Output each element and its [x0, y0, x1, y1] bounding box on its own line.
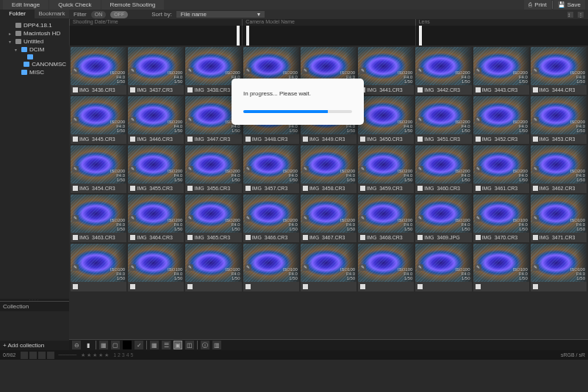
quick-check-button[interactable]: Quick Check	[49, 0, 100, 10]
thumbnail-checkbox[interactable]	[303, 235, 308, 240]
thumbnail[interactable]: F4.01/50 ISO200 ✎ IMG_3461.CR3	[473, 145, 529, 193]
thumbnail[interactable]: F4.01/50 ISO200 ✎ IMG_3443.CR3	[473, 47, 529, 95]
thumbnail-checkbox[interactable]	[187, 284, 193, 289]
thumbnail-checkbox[interactable]	[476, 284, 481, 289]
thumbnail-checkbox[interactable]	[476, 235, 481, 240]
thumbnail[interactable]: F4.01/50 ISO200 ✎ IMG_3450.CR3	[358, 96, 414, 144]
thumbnail[interactable]: F4.01/50 ISO200 ✎ IMG_3452.CR3	[473, 96, 529, 144]
thumbnail-checkbox[interactable]	[303, 186, 308, 191]
thumbnail[interactable]: F4.01/50 ISO100 ✎	[71, 244, 126, 291]
thumbnail[interactable]: F4.01/50 ISO200 ✎ IMG_3451.CR3	[415, 96, 471, 144]
thumbnail[interactable]: F4.01/50 ISO100 ✎	[185, 244, 241, 291]
tree-item[interactable]: DPP4.18.1	[0, 21, 69, 29]
thumbnail-checkbox[interactable]	[130, 284, 135, 289]
thumbnail[interactable]: F4.01/50 ISO200 ✎ IMG_3453.CR3	[531, 96, 587, 144]
edit-image-button[interactable]: Edit Image	[3, 0, 49, 10]
thumbnail-checkbox[interactable]	[360, 186, 365, 191]
thumbnail-checkbox[interactable]	[360, 284, 365, 289]
thumbnail-checkbox[interactable]	[476, 137, 481, 142]
tree-item[interactable]: ▾DCIM	[0, 46, 69, 54]
thumbnail-checkbox[interactable]	[73, 137, 78, 142]
thumbnail-checkbox[interactable]	[245, 284, 251, 289]
thumbnail[interactable]: F4.01/50 ISO200 ✎ IMG_3460.CR3	[415, 145, 471, 193]
thumbnail[interactable]: F4.01/50 ISO100 ✎	[243, 244, 299, 291]
thumbnail-checkbox[interactable]	[417, 87, 423, 92]
tab-folder[interactable]: Folder	[0, 10, 35, 18]
filter-on-button[interactable]: ON	[91, 11, 107, 18]
thumbnail-checkbox[interactable]	[417, 235, 423, 240]
zoom-slider[interactable]: ▮	[84, 341, 93, 349]
thumbnail-checkbox[interactable]	[533, 235, 538, 240]
view-split-button[interactable]: ◫	[185, 341, 194, 349]
thumbnail-checkbox[interactable]	[73, 87, 78, 92]
thumbnail[interactable]: F4.01/50 ISO200 ✎ IMG_3445.CR3	[71, 96, 126, 144]
filter-off-button[interactable]: OFF	[110, 11, 128, 18]
thumbnail[interactable]: F4.01/50 ISO100 ✎	[415, 244, 471, 291]
thumbnail[interactable]: F4.01/50 ISO200 ✎ IMG_3436.CR3	[71, 47, 126, 95]
thumbnail[interactable]: F4.01/50 ISO200 ✎ IMG_3457.CR3	[243, 145, 299, 193]
thumbnail[interactable]: F4.01/50 ISO100 ✎	[128, 244, 184, 291]
thumbnail[interactable]: F4.01/50 ISO200 ✎ IMG_3466.CR3	[243, 195, 299, 242]
thumbnail-checkbox[interactable]	[73, 235, 78, 240]
thumbnail-checkbox[interactable]	[533, 284, 538, 289]
rating-clear-button[interactable]: ▢	[111, 341, 120, 349]
sort-direction-icon[interactable]: ↕	[567, 12, 573, 18]
col-camera-model[interactable]: Camera Model Name	[242, 19, 415, 26]
thumbnail-checkbox[interactable]	[360, 235, 365, 240]
tree-item[interactable]: ▸Macintosh HD	[0, 29, 69, 37]
thumbnail-checkbox[interactable]	[476, 186, 481, 191]
thumbnail[interactable]: F4.01/50 ISO200 ✎ IMG_3464.CR3	[128, 195, 184, 242]
tab-bookmark[interactable]: Bookmark	[35, 10, 69, 18]
thumbnail-checkbox[interactable]	[533, 186, 538, 191]
thumbnail-checkbox[interactable]	[187, 137, 193, 142]
thumbnail-checkbox[interactable]	[417, 186, 423, 191]
thumbnail[interactable]: F4.01/50 ISO200 ✎ IMG_3437.CR3	[128, 47, 184, 95]
print-button[interactable]: ⎙ Print	[524, 0, 551, 10]
layout-button[interactable]: ▥	[212, 341, 221, 349]
col-shooting-datetime[interactable]: Shooting Date/Time	[69, 19, 242, 26]
thumbnail-checkbox[interactable]	[360, 137, 365, 142]
thumbnail-checkbox[interactable]	[303, 137, 308, 142]
thumbnail[interactable]: F4.01/50 ISO100 ✎ IMG_3471.CR3	[531, 195, 587, 242]
save-button[interactable]: 💾 Save	[553, 0, 585, 10]
thumbnail[interactable]: F4.01/50 ISO200 ✎ IMG_3446.CR3	[128, 96, 184, 144]
info-overlay-button[interactable]: ⓘ	[201, 341, 209, 349]
thumbnail[interactable]: F4.01/50 ISO200 ✎ IMG_3459.CR3	[358, 145, 414, 193]
thumbnail[interactable]: F4.01/50 ISO100 ✎	[358, 244, 414, 291]
thumbnail[interactable]: F4.01/50 ISO200 ✎ IMG_3463.CR3	[71, 195, 126, 242]
status-icon-4[interactable]	[47, 352, 54, 359]
thumbnail-checkbox[interactable]	[245, 235, 251, 240]
tree-item[interactable]: ▾Untitled	[0, 37, 69, 46]
thumbnail[interactable]: F4.01/50 ISO200 ✎ IMG_3458.CR3	[301, 145, 356, 193]
remote-shooting-button[interactable]: Remote Shooting	[101, 0, 165, 10]
thumbnail-checkbox[interactable]	[417, 284, 423, 289]
tree-item[interactable]: MISC	[0, 68, 69, 76]
col-lens[interactable]: Lens	[415, 19, 588, 26]
status-icon-2[interactable]	[29, 352, 37, 359]
checkmark-button[interactable]: ✓	[135, 341, 143, 349]
thumbnail[interactable]: F4.01/50 ISO200 ✎ IMG_3456.CR3	[185, 145, 241, 193]
thumbnail[interactable]: F4.01/50 ISO200 ✎ IMG_3454.CR3	[71, 145, 126, 193]
add-collection-button[interactable]: + Add collection	[0, 341, 69, 350]
thumbnail-checkbox[interactable]	[73, 284, 78, 289]
thumbnail-checkbox[interactable]	[130, 186, 135, 191]
zoom-out-button[interactable]: ⊖	[72, 341, 81, 349]
rating-stars[interactable]: ★ ★ ★ ★ ★	[81, 352, 109, 358]
thumbnail-checkbox[interactable]	[73, 186, 78, 191]
thumbnail-checkbox[interactable]	[130, 137, 135, 142]
status-icon-1[interactable]	[21, 352, 28, 359]
thumbnail[interactable]: F4.01/50 ISO100 ✎ IMG_3469.JPG	[415, 195, 471, 242]
thumbnail[interactable]: F4.01/50 ISO200 ✎ IMG_3444.CR3	[531, 47, 587, 95]
thumbnail-checkbox[interactable]	[417, 137, 423, 142]
thumbnail[interactable]: F4.01/50 ISO100 ✎	[531, 244, 587, 291]
thumbnail[interactable]: F4.01/50 ISO100 ✎	[473, 244, 529, 291]
thumbnail-checkbox[interactable]	[187, 186, 193, 191]
sort-dropdown[interactable]: File name ▾	[176, 11, 265, 18]
thumbnail-checkbox[interactable]	[476, 87, 481, 92]
thumbnail[interactable]: F4.01/50 ISO100 ✎	[301, 244, 356, 291]
thumbnail[interactable]: F4.01/50 ISO200 ✎ IMG_3465.CR3	[185, 195, 241, 242]
thumbnail[interactable]: F4.01/50 ISO100 ✎ IMG_3470.CR3	[473, 195, 529, 242]
view-thumbs-button[interactable]: ▦	[150, 341, 159, 349]
collection-header[interactable]: Collection	[0, 301, 69, 311]
thumbnail-checkbox[interactable]	[533, 87, 538, 92]
